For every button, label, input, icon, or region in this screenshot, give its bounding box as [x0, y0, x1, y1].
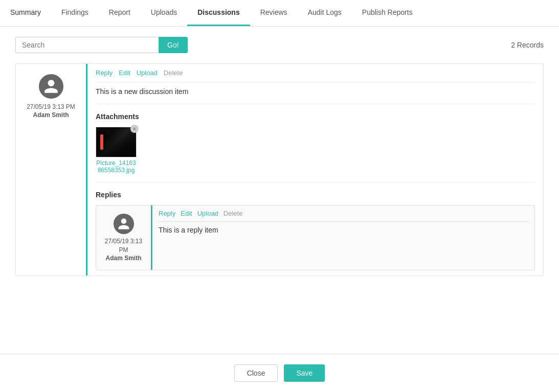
attachment-thumbnail — [96, 127, 137, 157]
delete-link[interactable]: Delete — [164, 69, 183, 77]
reply-action-links: Reply Edit Upload Delete — [159, 210, 528, 222]
action-links: Reply Edit Upload Delete — [96, 69, 535, 82]
author-date: 27/05/19 3:13 PM — [27, 103, 75, 111]
reply-avatar — [114, 214, 134, 234]
avatar — [39, 74, 63, 99]
attachment-filename[interactable]: Picture_1416386558353.jpg — [96, 159, 137, 174]
go-button[interactable]: Go! — [159, 37, 188, 53]
upload-link[interactable]: Upload — [137, 69, 158, 77]
save-button[interactable]: Save — [284, 364, 325, 382]
author-column: 27/05/19 3:13 PM Adam Smith — [16, 64, 87, 275]
tab-report[interactable]: Report — [99, 0, 141, 26]
reply-author-date: 27/05/19 3:13 PM — [100, 237, 147, 255]
records-count: 2 Records — [511, 41, 544, 49]
edit-link[interactable]: Edit — [119, 69, 130, 77]
tab-summary[interactable]: Summary — [0, 0, 51, 26]
attachment-close-button[interactable]: × — [130, 125, 139, 133]
reply-reply-link[interactable]: Reply — [159, 210, 175, 217]
attachment-item: × Picture_1416386558353.jpg — [96, 127, 137, 174]
tab-reviews[interactable]: Reviews — [250, 0, 298, 26]
tab-audit-logs[interactable]: Audit Logs — [298, 0, 352, 26]
reply-body: This is a reply item — [159, 226, 528, 234]
discussion-item: 27/05/19 3:13 PM Adam Smith Reply Edit U… — [15, 63, 544, 276]
footer: Close Save — [0, 354, 559, 392]
search-input[interactable] — [15, 37, 159, 53]
tab-uploads[interactable]: Uploads — [141, 0, 187, 26]
page-wrapper: Summary Findings Report Uploads Discussi… — [0, 0, 559, 392]
author-name: Adam Smith — [33, 111, 69, 119]
tab-bar: Summary Findings Report Uploads Discussi… — [0, 0, 559, 27]
reply-link[interactable]: Reply — [96, 69, 113, 77]
reply-author-name: Adam Smith — [105, 255, 141, 262]
reply-content-column: Reply Edit Upload Delete This is a reply… — [152, 205, 534, 270]
attachments-title: Attachments — [96, 112, 535, 121]
close-button[interactable]: Close — [234, 364, 278, 382]
reply-item: 27/05/19 3:13 PM Adam Smith Reply Edit U… — [96, 205, 535, 270]
reply-edit-link[interactable]: Edit — [181, 210, 192, 217]
thumb-image — [96, 127, 136, 157]
tab-discussions[interactable]: Discussions — [187, 0, 250, 26]
reply-author-column: 27/05/19 3:13 PM Adam Smith — [96, 205, 152, 270]
tab-publish-reports[interactable]: Publish Reports — [352, 0, 423, 26]
tab-findings[interactable]: Findings — [51, 0, 99, 26]
reply-upload-link[interactable]: Upload — [197, 210, 218, 217]
replies-section: Replies 27/05/19 3:13 PM Adam Smi — [96, 191, 535, 270]
main-content: Go! 2 Records 27/05/19 3:13 PM Adam Smit… — [0, 27, 559, 354]
replies-title: Replies — [96, 191, 535, 199]
content-column: Reply Edit Upload Delete This is a new d… — [87, 64, 543, 275]
reply-delete-link[interactable]: Delete — [223, 210, 243, 217]
discussion-body: This is a new discussion item — [96, 87, 535, 104]
search-bar: Go! 2 Records — [15, 37, 544, 53]
attachments-section: Attachments × Picture_1416386558353.jpg — [96, 112, 535, 182]
search-left: Go! — [15, 37, 188, 53]
discussion-list: 27/05/19 3:13 PM Adam Smith Reply Edit U… — [15, 63, 544, 276]
